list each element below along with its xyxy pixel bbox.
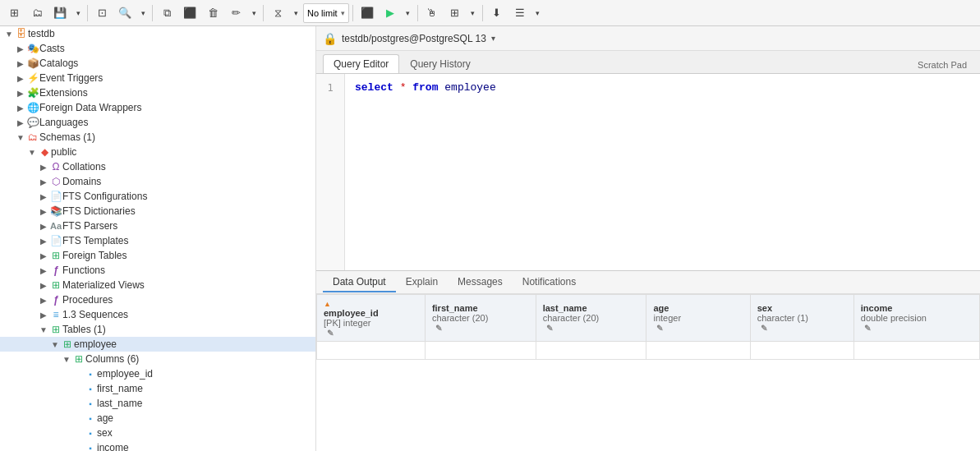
- toolbar-menu-btn[interactable]: ☰: [509, 3, 531, 23]
- sidebar-item-fts-parsers[interactable]: ▶ Aa FTS Parsers: [0, 219, 315, 233]
- sql-table-name: employee: [444, 81, 495, 94]
- sidebar-item-extensions[interactable]: ▶ 🧩 Extensions: [0, 85, 315, 100]
- sidebar-item-columns[interactable]: ▼ ⊞ Columns (6): [0, 352, 315, 366]
- toolbar-filter-btn[interactable]: ⧖: [267, 3, 288, 23]
- sidebar-item-functions[interactable]: ▶ ƒ Functions: [0, 263, 315, 278]
- fts-dict-icon: 📚: [49, 205, 62, 217]
- limit-dropdown[interactable]: No limit ▾: [303, 3, 349, 23]
- sidebar-item-first-name[interactable]: ▶ ▪ first_name: [0, 381, 315, 396]
- toolbar-run-arrow-btn[interactable]: ▾: [403, 3, 414, 23]
- edit-icon-sex[interactable]: ✎: [761, 324, 767, 333]
- sidebar-item-employee[interactable]: ▼ ⊞ employee: [0, 337, 315, 352]
- sidebar-item-catalogs[interactable]: ▶ 📦 Catalogs: [0, 56, 315, 71]
- toolbar-search-btn[interactable]: 🔍: [114, 3, 136, 23]
- tab-query-editor[interactable]: Query Editor: [323, 54, 399, 73]
- sidebar-item-fts-templates[interactable]: ▶ 📄 FTS Templates: [0, 233, 315, 248]
- toolbar-table-btn[interactable]: ⊡: [91, 3, 113, 23]
- tab-notifications[interactable]: Notifications: [513, 273, 586, 292]
- tab-query-history[interactable]: Query History: [399, 54, 481, 73]
- limit-label: No limit: [307, 8, 338, 18]
- sidebar-schemas-label: Schemas (1): [39, 131, 95, 143]
- edit-icon-income[interactable]: ✎: [864, 324, 871, 333]
- sidebar-item-languages[interactable]: ▶ 💬 Languages: [0, 115, 315, 130]
- connection-dropdown-icon[interactable]: ▾: [491, 34, 495, 43]
- sidebar-item-fts-config[interactable]: ▶ 📄 FTS Configurations: [0, 189, 315, 204]
- edit-icon-employee-id[interactable]: ✎: [327, 329, 334, 338]
- sidebar-employee-label: employee: [74, 338, 117, 350]
- sql-star: *: [400, 81, 407, 94]
- sidebar-item-event-triggers[interactable]: ▶ ⚡ Event Triggers: [0, 71, 315, 85]
- toolbar-delete-btn[interactable]: 🗑: [202, 3, 223, 23]
- sidebar-item-foreign-data-wrappers[interactable]: ▶ 🌐 Foreign Data Wrappers: [0, 100, 315, 115]
- col-header-last-name: last_name character (20) ✎: [536, 295, 646, 342]
- sep4: [352, 5, 353, 21]
- toolbar-run-btn[interactable]: ▶: [380, 3, 401, 23]
- toolbar-search-arrow-btn[interactable]: ▾: [137, 3, 149, 23]
- toolbar-cut-btn[interactable]: ⬛: [179, 3, 200, 23]
- columns-icon: ⊞: [72, 353, 85, 365]
- toolbar-stop-btn[interactable]: ⬛: [357, 3, 378, 23]
- edit-icon-last-name[interactable]: ✎: [546, 324, 553, 333]
- toolbar-download-btn[interactable]: ⬇: [486, 3, 508, 23]
- sidebar-item-public[interactable]: ▼ ◆ public: [0, 145, 315, 159]
- sidebar-item-income[interactable]: ▶ ▪ income: [0, 440, 315, 451]
- edit-icon-age[interactable]: ✎: [656, 324, 663, 333]
- line-numbers: 1: [316, 74, 345, 270]
- col-header-sex: sex character (1) ✎: [750, 295, 853, 342]
- toolbar-save-btn[interactable]: 💾: [49, 3, 71, 23]
- languages-icon: 💬: [26, 117, 39, 128]
- toolbar-folder-btn[interactable]: 🗂: [26, 3, 48, 23]
- cell-1-1: [317, 342, 426, 360]
- toolbar-panel-arrow-btn[interactable]: ▾: [467, 3, 479, 23]
- col-name-first-name: first_name: [432, 303, 529, 313]
- editor-content[interactable]: select * from employee: [345, 74, 980, 270]
- sidebar-procedures-label: Procedures: [62, 294, 113, 306]
- arrow-icon: ▶: [38, 311, 49, 320]
- sidebar-item-tables[interactable]: ▼ ⊞ Tables (1): [0, 322, 315, 337]
- toolbar-save-arrow-btn[interactable]: ▾: [72, 3, 84, 23]
- tab-data-output[interactable]: Data Output: [323, 273, 396, 292]
- sidebar-languages-label: Languages: [39, 117, 88, 128]
- sidebar-item-schemas[interactable]: ▼ 🗂 Schemas (1): [0, 130, 315, 145]
- col-name-income: income: [861, 303, 973, 313]
- limit-arrow-icon: ▾: [341, 9, 345, 17]
- toolbar-cursor-btn[interactable]: 🖱: [421, 3, 443, 23]
- sidebar-item-collations[interactable]: ▶ Ω Collations: [0, 159, 315, 174]
- sidebar-item-fts-dict[interactable]: ▶ 📚 FTS Dictionaries: [0, 204, 315, 219]
- top-toolbar: ⊞ 🗂 💾 ▾ ⊡ 🔍 ▾ ⧉ ⬛ 🗑 ✏ ▾ ⧖ ▾ No limit ▾ ⬛…: [0, 0, 980, 26]
- sidebar-item-testdb[interactable]: ▼ 🗄 testdb: [0, 26, 315, 41]
- sidebar-item-domains[interactable]: ▶ ⬡ Domains: [0, 174, 315, 189]
- sidebar-item-sex[interactable]: ▶ ▪ sex: [0, 426, 315, 440]
- sidebar-public-label: public: [51, 146, 76, 158]
- connection-label: testdb/postgres@PostgreSQL 13: [342, 33, 486, 44]
- scratch-pad-label[interactable]: Scratch Pad: [911, 57, 973, 73]
- sidebar-item-foreign-tables[interactable]: ▶ ⊞ Foreign Tables: [0, 248, 315, 263]
- sql-select: select: [355, 81, 393, 94]
- sidebar-item-sequences[interactable]: ▶ ≡ 1.3 Sequences: [0, 307, 315, 322]
- toolbar-edit-arrow-btn[interactable]: ▾: [248, 3, 260, 23]
- sidebar-item-employee-id[interactable]: ▶ ▪ employee_id: [0, 366, 315, 381]
- pk-icon: ▲: [324, 300, 331, 308]
- sidebar-item-procedures[interactable]: ▶ ƒ Procedures: [0, 292, 315, 307]
- sidebar-foreign-data-label: Foreign Data Wrappers: [39, 102, 142, 113]
- sidebar-item-mat-views[interactable]: ▶ ⊞ Materialized Views: [0, 278, 315, 292]
- toolbar-edit-btn[interactable]: ✏: [225, 3, 246, 23]
- col-type-income: double precision: [861, 313, 973, 323]
- sidebar-sex-label: sex: [97, 427, 113, 439]
- sidebar-item-casts[interactable]: ▶ 🎭 Casts: [0, 41, 315, 56]
- tab-explain[interactable]: Explain: [396, 273, 448, 292]
- edit-icon-first-name[interactable]: ✎: [435, 324, 442, 333]
- toolbar-filter-arrow-btn[interactable]: ▾: [290, 3, 301, 23]
- sidebar-item-age[interactable]: ▶ ▪ age: [0, 411, 315, 426]
- col-type-sex: character (1): [757, 313, 847, 323]
- toolbar-grid-btn[interactable]: ⊞: [3, 3, 25, 23]
- tab-messages[interactable]: Messages: [448, 273, 513, 292]
- toolbar-menu-arrow-btn[interactable]: ▾: [532, 3, 544, 23]
- sep6: [482, 5, 483, 21]
- sidebar-item-last-name[interactable]: ▶ ▪ last_name: [0, 396, 315, 411]
- editor-area: 1 select * from employee: [316, 74, 980, 270]
- sidebar-fts-parsers-label: FTS Parsers: [62, 220, 117, 232]
- toolbar-copy-btn[interactable]: ⧉: [156, 3, 177, 23]
- toolbar-panel-btn[interactable]: ⊞: [444, 3, 466, 23]
- procedures-icon: ƒ: [49, 294, 62, 306]
